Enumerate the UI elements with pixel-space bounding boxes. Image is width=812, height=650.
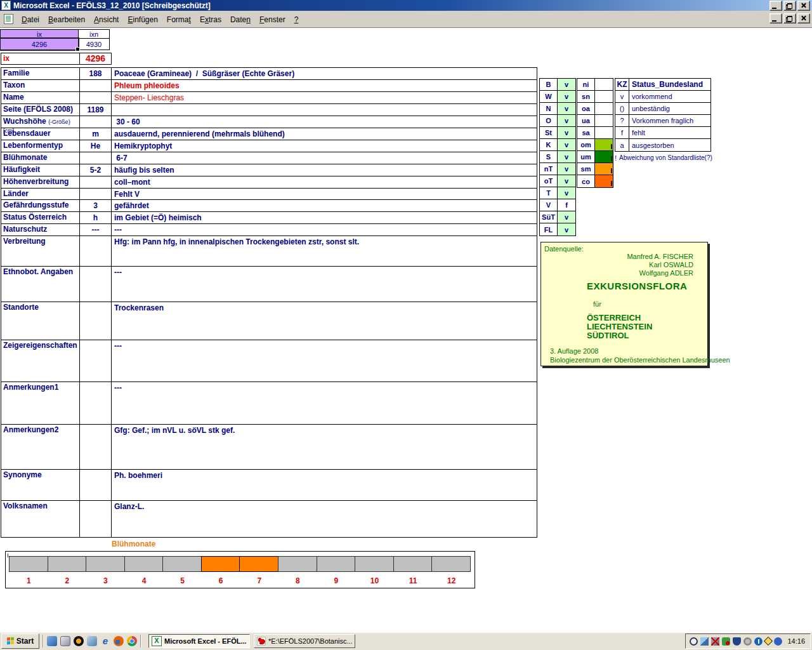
field-code[interactable]: [80, 176, 112, 188]
field-text[interactable]: Hfg: im Pann hfg, in innenalpischen Troc…: [112, 236, 537, 266]
region-code[interactable]: oT: [540, 175, 558, 187]
menu-bearbeiten[interactable]: Bearbeiten: [44, 13, 89, 26]
field-text[interactable]: Phleum phleoides: [112, 80, 537, 91]
field-text[interactable]: ---: [112, 224, 537, 235]
field-code[interactable]: [80, 501, 112, 537]
menu-format[interactable]: Format: [162, 13, 195, 26]
field-label[interactable]: Name: [1, 92, 80, 103]
zone-code[interactable]: ua: [577, 115, 595, 126]
index-value-ix[interactable]: 4296: [0, 38, 79, 50]
record-header-value[interactable]: 4296: [80, 53, 111, 64]
region-status[interactable]: v: [558, 115, 575, 126]
region-code[interactable]: K: [540, 139, 558, 150]
chrome-icon[interactable]: [127, 636, 137, 646]
region-status[interactable]: v: [558, 211, 575, 223]
zone-status[interactable]: [595, 139, 613, 150]
zone-status[interactable]: [595, 79, 613, 90]
legend-footnote-meaning[interactable]: Abweichung von Standardliste(?): [617, 154, 712, 161]
task-button-microsoft-excel-ef-l[interactable]: XMicrosoft Excel - EFÖL...: [148, 634, 250, 648]
menu-daten[interactable]: Daten: [226, 13, 255, 26]
field-text[interactable]: Gfg: Gef.; im nVL u. söVL stk gef.: [112, 425, 537, 469]
image-viewer-icon[interactable]: [60, 636, 70, 646]
field-text[interactable]: coll–mont: [112, 176, 537, 188]
field-code[interactable]: [80, 470, 112, 500]
field-text[interactable]: im Gebiet (=Ö) heimisch: [112, 212, 537, 223]
workbook-icon[interactable]: [4, 14, 13, 24]
zone-code[interactable]: ni: [577, 79, 595, 90]
field-text[interactable]: Hemikryptophyt: [112, 140, 537, 152]
region-code[interactable]: O: [540, 115, 558, 126]
field-label[interactable]: Lebensdauer: [1, 128, 80, 140]
zone-status[interactable]: [595, 175, 613, 187]
legend-kz-header[interactable]: KZ: [615, 79, 629, 90]
region-status[interactable]: v: [558, 79, 575, 90]
field-text[interactable]: 6-7: [112, 152, 537, 164]
menu-fenster[interactable]: Fenster: [255, 13, 290, 26]
legend-meaning[interactable]: vorkommend: [629, 93, 710, 100]
index-value-ixn[interactable]: 4930: [78, 38, 110, 50]
task-button-e-ef-ls2007-botanisc[interactable]: *E:\EFÖLS2007\Botanisc...: [254, 634, 355, 648]
legend-meaning[interactable]: Vorkommen fraglich: [629, 117, 710, 124]
zone-status[interactable]: [595, 103, 613, 114]
menu-hilfe[interactable]: ?: [290, 13, 303, 26]
menu-einf-gen[interactable]: Einfügen: [123, 13, 162, 26]
workbook-minimize-button[interactable]: [769, 13, 782, 23]
field-label[interactable]: Lebenformentyp: [1, 140, 80, 152]
region-code[interactable]: FL: [540, 223, 558, 235]
region-code[interactable]: W: [540, 91, 558, 102]
region-status[interactable]: v: [558, 127, 575, 138]
region-status[interactable]: v: [558, 223, 575, 235]
field-code[interactable]: [80, 236, 112, 266]
excel-app-icon[interactable]: X: [1, 1, 11, 10]
magnifier-icon[interactable]: [690, 637, 698, 646]
field-label[interactable]: Blühmonate: [1, 152, 80, 164]
zone-status[interactable]: [595, 151, 613, 162]
shield-icon[interactable]: [733, 637, 741, 646]
record-header-label[interactable]: ix: [1, 53, 80, 64]
field-text[interactable]: Steppen- Lieschgras: [112, 92, 537, 103]
zone-code[interactable]: om: [577, 139, 595, 150]
field-label[interactable]: Gefährdungsstufe: [1, 200, 80, 211]
field-label[interactable]: Synonyme: [1, 470, 80, 500]
zone-code[interactable]: um: [577, 151, 595, 162]
region-status[interactable]: v: [558, 151, 575, 162]
region-status[interactable]: v: [558, 163, 575, 175]
field-text[interactable]: gefährdet: [112, 200, 537, 211]
zone-code[interactable]: oa: [577, 103, 595, 114]
field-code[interactable]: [80, 425, 112, 469]
region-code[interactable]: B: [540, 79, 558, 90]
field-code[interactable]: 188: [80, 68, 112, 79]
field-label[interactable]: Naturschutz: [1, 224, 80, 235]
region-status[interactable]: f: [558, 199, 575, 211]
region-code[interactable]: nT: [540, 163, 558, 175]
region-code[interactable]: N: [540, 103, 558, 114]
legend-meaning[interactable]: unbeständig: [629, 105, 710, 112]
field-text[interactable]: Fehlt V: [112, 189, 537, 199]
zone-status[interactable]: [595, 91, 613, 102]
zone-code[interactable]: sa: [577, 127, 595, 138]
region-status[interactable]: v: [558, 91, 575, 102]
field-code[interactable]: [80, 382, 112, 424]
field-text[interactable]: ausdauernd, perennierend (mehrmals blühe…: [112, 128, 537, 140]
antivirus-icon[interactable]: [722, 637, 730, 646]
region-code[interactable]: V: [540, 199, 558, 211]
legend-code[interactable]: a: [615, 139, 629, 151]
legend-code[interactable]: (): [615, 103, 629, 114]
field-code[interactable]: [80, 116, 112, 128]
legend-meaning[interactable]: fehlt: [629, 129, 710, 136]
mail-icon[interactable]: [47, 636, 57, 646]
zone-code[interactable]: co: [577, 175, 595, 187]
field-text[interactable]: ---: [112, 267, 537, 302]
start-button[interactable]: Start: [1, 633, 39, 649]
field-text[interactable]: Poaceae (Gramineae) / Süßgräser (Echte G…: [112, 68, 537, 79]
region-status[interactable]: v: [558, 139, 575, 150]
field-label[interactable]: Taxon: [1, 80, 80, 91]
field-label[interactable]: Verbreitung: [1, 236, 80, 266]
workbook-restore-button[interactable]: [783, 13, 796, 23]
field-label[interactable]: Standorte: [1, 302, 80, 340]
region-code[interactable]: SüT: [540, 211, 558, 223]
volume-icon[interactable]: [743, 637, 752, 646]
field-text[interactable]: Glanz-L.: [112, 501, 537, 537]
region-status[interactable]: v: [558, 187, 575, 199]
media-player-icon[interactable]: [74, 636, 84, 646]
